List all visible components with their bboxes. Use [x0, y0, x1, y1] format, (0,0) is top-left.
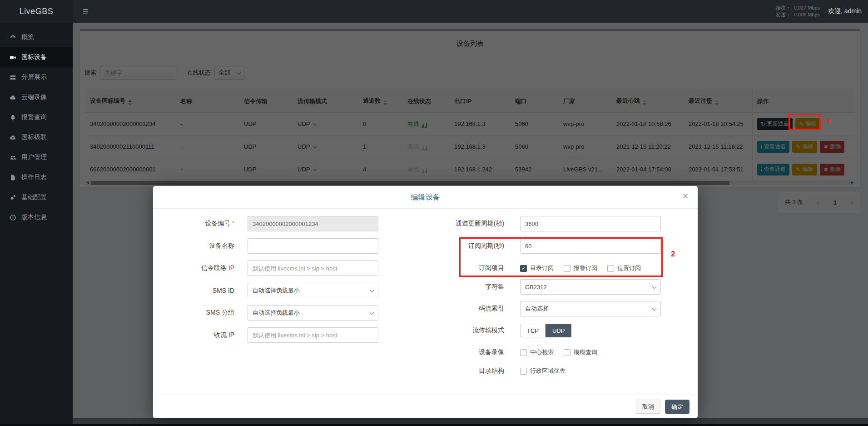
sms-id-select[interactable]: 自动选择负载最小: [248, 283, 378, 298]
stream-receive-ip-input[interactable]: [248, 327, 378, 343]
file-icon: [9, 174, 16, 181]
sms-group-select[interactable]: 自动选择负载最小: [248, 305, 378, 321]
sidebar-item-label: 报警查询: [21, 113, 47, 121]
livegbs-app: LiveGBS 概览 国标设备 分屏展示 云端录像 报警查询: [0, 0, 868, 426]
topbar: ≡ 接收 ↑ : 0.027 Mbps 发送 ↓ : 0.006 Mbps 欢迎…: [73, 0, 868, 23]
cloud-upload-icon: [9, 134, 16, 141]
confirm-button[interactable]: 确定: [665, 400, 689, 414]
sidebar-item-cloud-record[interactable]: 云端录像: [0, 87, 73, 107]
sidebar-item-label: 版本信息: [21, 213, 47, 221]
sidebar-item-label: 分屏展示: [21, 73, 47, 81]
admin-region-first-checkbox[interactable]: 行政区域优先: [520, 367, 565, 375]
form-row-channel-period: 通道更新周期(秒): [407, 216, 661, 231]
welcome-user[interactable]: 欢迎, admin: [828, 7, 862, 15]
form-row-sms-group: SMS 分组 自动选择负载最小: [162, 305, 378, 321]
modal-footer: 取消 确定: [153, 395, 698, 418]
close-icon[interactable]: ×: [682, 190, 689, 201]
form-row-stream-mode: 流传输模式 TCP UDP: [407, 323, 571, 338]
device-name-input[interactable]: [248, 238, 378, 254]
network-stats: 接收 ↑ : 0.027 Mbps 发送 ↓ : 0.006 Mbps: [776, 5, 820, 18]
required-mark: *: [232, 220, 234, 227]
checkbox-icon: [520, 368, 527, 375]
users-icon: [9, 154, 16, 161]
fuzzy-query-checkbox[interactable]: 模糊查询: [564, 348, 597, 356]
bell-icon: [9, 114, 16, 121]
cancel-button[interactable]: 取消: [636, 400, 660, 414]
modal-title: 编辑设备: [153, 186, 698, 209]
tx-stat: 发送 ↓ : 0.006 Mbps: [776, 11, 820, 18]
chevron-down-icon: [652, 306, 657, 311]
rx-stat: 接收 ↑ : 0.027 Mbps: [776, 5, 820, 11]
form-row-device-record: 设备录像 中心检索 模糊查询: [407, 345, 597, 360]
sip-contact-ip-input[interactable]: [248, 261, 378, 276]
chevron-down-icon: [370, 288, 374, 292]
sidebar-item-label: 用户管理: [21, 153, 47, 161]
sidebar-item-label: 云端录像: [21, 93, 47, 101]
dashboard-icon: [9, 34, 16, 41]
sidebar-item-label: 基础配置: [21, 193, 47, 201]
annotation-number-1: 1: [827, 117, 831, 126]
sidebar-item-overview[interactable]: 概览: [0, 27, 73, 47]
form-row-dir-structure: 目录结构 行政区域优先: [407, 363, 565, 379]
chevron-down-icon: [370, 310, 374, 315]
sidebar-item-alarm-query[interactable]: 报警查询: [0, 107, 73, 127]
brand-logo: LiveGBS: [0, 0, 73, 23]
sidebar-item-label: 国标设备: [21, 53, 47, 61]
form-row-device-id: 设备编号*: [162, 216, 378, 231]
hamburger-menu-icon[interactable]: ≡: [83, 6, 89, 16]
udp-mode-button[interactable]: UDP: [546, 324, 571, 337]
down-arrow-icon: ↓: [787, 12, 790, 17]
checkbox-icon: [564, 349, 570, 356]
stream-index-select[interactable]: 自动选择: [520, 301, 661, 316]
form-row-charset: 字符集 GB2312: [407, 279, 661, 295]
form-row-sip-ip: 信令联络 IP: [162, 261, 378, 276]
form-row-device-name: 设备名称: [162, 238, 378, 254]
sidebar-item-label: 国标级联: [21, 133, 47, 141]
sidebar-item-label: 操作日志: [21, 173, 47, 181]
checkbox-icon: [520, 349, 527, 356]
sidebar-item-split-screen[interactable]: 分屏展示: [0, 67, 73, 87]
annotation-box-1: [789, 114, 821, 130]
form-row-recv-ip: 收流 IP: [162, 327, 378, 343]
sidebar-item-user-management[interactable]: 用户管理: [0, 147, 73, 167]
sidebar-item-gb-cascade[interactable]: 国标级联: [0, 127, 73, 147]
chevron-down-icon: [652, 284, 657, 289]
video-camera-icon: [9, 54, 16, 61]
channel-refresh-period-input[interactable]: [520, 216, 661, 231]
cloud-icon: [9, 94, 16, 101]
sidebar: LiveGBS 概览 国标设备 分屏展示 云端录像 报警查询: [0, 0, 73, 426]
sidebar-menu: 概览 国标设备 分屏展示 云端录像 报警查询 国标级联: [0, 23, 73, 227]
modal-header: 编辑设备 ×: [153, 186, 698, 209]
footer-bar: [73, 418, 868, 424]
sidebar-item-label: 概览: [21, 33, 34, 41]
annotation-number-2: 2: [671, 250, 675, 259]
device-id-input: [248, 216, 378, 231]
form-row-stream-index: 码流索引 自动选择: [407, 301, 661, 316]
center-search-checkbox[interactable]: 中心检索: [520, 348, 554, 356]
gears-icon: [9, 194, 16, 201]
sidebar-item-version-info[interactable]: 版本信息: [0, 207, 73, 227]
info-circle-icon: [9, 214, 16, 221]
grid-icon: [9, 74, 16, 81]
topbar-right: 接收 ↑ : 0.027 Mbps 发送 ↓ : 0.006 Mbps 欢迎, …: [776, 5, 862, 18]
form-row-sms-id: SMS ID 自动选择负载最小: [162, 283, 378, 298]
edit-device-modal: 编辑设备 × 设备编号* 设备名称 信令联络 IP SMS ID 自动选择负载最…: [153, 186, 698, 418]
sidebar-item-basic-config[interactable]: 基础配置: [0, 187, 73, 207]
annotation-box-2: [459, 237, 663, 277]
tcp-mode-button[interactable]: TCP: [520, 324, 546, 337]
window-edge: [0, 424, 868, 426]
sidebar-item-operation-log[interactable]: 操作日志: [0, 167, 73, 187]
sidebar-item-gb-devices[interactable]: 国标设备: [0, 47, 73, 67]
charset-select[interactable]: GB2312: [520, 279, 661, 295]
up-arrow-icon: ↑: [787, 5, 790, 10]
